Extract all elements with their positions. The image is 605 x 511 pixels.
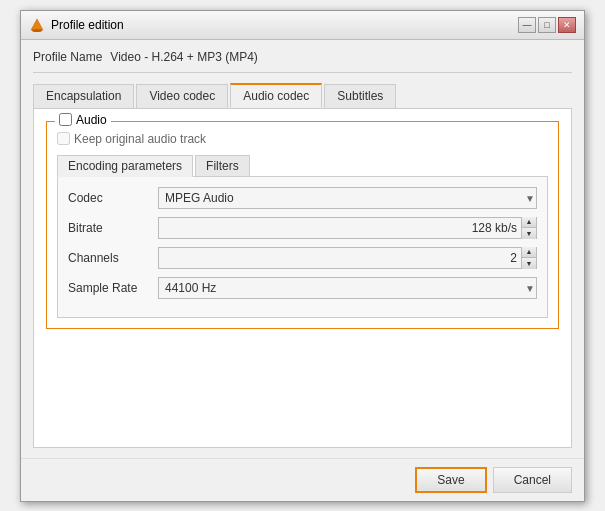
sub-panel: Codec MPEG Audio MP3 AAC Vorbis FLAC ▼: [57, 176, 548, 318]
bitrate-label: Bitrate: [68, 221, 158, 235]
sub-tab-encoding-parameters[interactable]: Encoding parameters: [57, 155, 193, 177]
sample-rate-select[interactable]: 44100 Hz 22050 Hz 11025 Hz 8000 Hz 48000…: [158, 277, 537, 299]
channels-control: 2 ▲ ▼: [158, 247, 537, 269]
channels-spinbox-buttons: ▲ ▼: [521, 247, 536, 269]
restore-button[interactable]: □: [538, 17, 556, 33]
tab-video-codec[interactable]: Video codec: [136, 84, 228, 109]
profile-edition-window: Profile edition — □ ✕ Profile Name Video…: [20, 10, 585, 502]
bitrate-decrement-button[interactable]: ▼: [522, 228, 536, 239]
channels-label: Channels: [68, 251, 158, 265]
main-panel: Audio Keep original audio track Encoding…: [33, 108, 572, 448]
tab-encapsulation[interactable]: Encapsulation: [33, 84, 134, 109]
svg-point-1: [32, 29, 42, 32]
keep-original-text: Keep original audio track: [74, 132, 206, 146]
audio-label: Audio: [76, 113, 107, 127]
channels-row: Channels 2 ▲ ▼: [68, 247, 537, 269]
profile-name-value: Video - H.264 + MP3 (MP4): [110, 50, 258, 64]
sub-tab-filters[interactable]: Filters: [195, 155, 250, 177]
sample-rate-control: 44100 Hz 22050 Hz 11025 Hz 8000 Hz 48000…: [158, 277, 537, 299]
titlebar-buttons: — □ ✕: [518, 17, 576, 33]
window-content: Profile Name Video - H.264 + MP3 (MP4) E…: [21, 40, 584, 458]
footer: Save Cancel: [21, 458, 584, 501]
bitrate-increment-button[interactable]: ▲: [522, 217, 536, 228]
sample-rate-row: Sample Rate 44100 Hz 22050 Hz 11025 Hz 8…: [68, 277, 537, 299]
codec-row: Codec MPEG Audio MP3 AAC Vorbis FLAC ▼: [68, 187, 537, 209]
close-button[interactable]: ✕: [558, 17, 576, 33]
titlebar: Profile edition — □ ✕: [21, 11, 584, 40]
audio-checkbox-label[interactable]: Audio: [55, 113, 111, 127]
bitrate-spinbox: 128 kb/s ▲ ▼: [158, 217, 537, 239]
codec-select[interactable]: MPEG Audio MP3 AAC Vorbis FLAC: [158, 187, 537, 209]
svg-marker-0: [31, 19, 43, 30]
channels-increment-button[interactable]: ▲: [522, 247, 536, 258]
keep-original-label[interactable]: Keep original audio track: [57, 132, 548, 146]
bitrate-row: Bitrate 128 kb/s ▲ ▼: [68, 217, 537, 239]
channels-decrement-button[interactable]: ▼: [522, 258, 536, 269]
titlebar-left: Profile edition: [29, 17, 124, 33]
profile-name-row: Profile Name Video - H.264 + MP3 (MP4): [33, 50, 572, 73]
codec-control: MPEG Audio MP3 AAC Vorbis FLAC ▼: [158, 187, 537, 209]
codec-label: Codec: [68, 191, 158, 205]
sample-rate-label: Sample Rate: [68, 281, 158, 295]
bitrate-spinbox-buttons: ▲ ▼: [521, 217, 536, 239]
window-title: Profile edition: [51, 18, 124, 32]
audio-checkbox[interactable]: [59, 113, 72, 126]
channels-value: 2: [159, 251, 521, 265]
audio-inner: Keep original audio track Encoding param…: [57, 132, 548, 318]
bitrate-control: 128 kb/s ▲ ▼: [158, 217, 537, 239]
channels-spinbox: 2 ▲ ▼: [158, 247, 537, 269]
cancel-button[interactable]: Cancel: [493, 467, 572, 493]
save-button[interactable]: Save: [415, 467, 486, 493]
sub-tabs: Encoding parameters Filters: [57, 154, 548, 176]
profile-name-label: Profile Name: [33, 50, 102, 64]
audio-group: Audio Keep original audio track Encoding…: [46, 121, 559, 329]
main-tabs: Encapsulation Video codec Audio codec Su…: [33, 83, 572, 108]
tab-audio-codec[interactable]: Audio codec: [230, 83, 322, 108]
tab-subtitles[interactable]: Subtitles: [324, 84, 396, 109]
keep-original-checkbox[interactable]: [57, 132, 70, 145]
bitrate-value: 128 kb/s: [159, 221, 521, 235]
minimize-button[interactable]: —: [518, 17, 536, 33]
vlc-icon: [29, 17, 45, 33]
